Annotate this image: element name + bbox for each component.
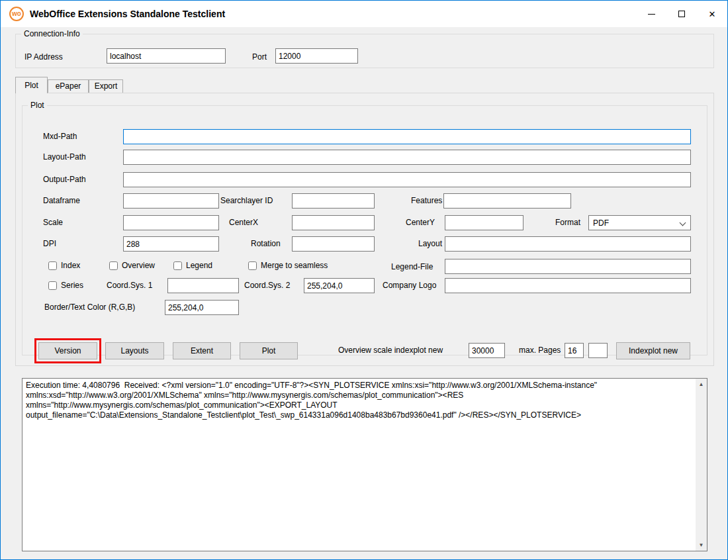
- dpi-label: DPI: [43, 239, 56, 249]
- legend-file-label: Legend-File: [391, 262, 433, 272]
- centerx-label: CenterX: [229, 218, 258, 228]
- series-checkbox-label: Series: [61, 281, 83, 290]
- coord-sys-1-label: Coord.Sys. 1: [107, 281, 152, 291]
- maximize-icon: [678, 11, 685, 17]
- index-checkbox-input[interactable]: [48, 261, 57, 270]
- searchlayer-id-input[interactable]: [292, 193, 375, 209]
- dataframe-input[interactable]: [123, 193, 219, 209]
- layout-path-label: Layout-Path: [43, 152, 86, 162]
- merge-to-seamless-checkbox-input[interactable]: [248, 261, 257, 270]
- version-button[interactable]: Version: [38, 342, 97, 359]
- output-path-label: Output-Path: [43, 175, 86, 185]
- overview-checkbox[interactable]: Overview: [109, 260, 155, 271]
- overview-checkbox-label: Overview: [122, 261, 155, 270]
- window-controls: ✕: [636, 1, 727, 27]
- coord-sys-2-input[interactable]: [304, 278, 375, 293]
- app-window: wo WebOffice Extensions Standalone Testc…: [0, 0, 728, 560]
- port-label: Port: [252, 52, 267, 62]
- scroll-up-icon: ▲: [699, 381, 704, 387]
- connection-info-group-label: Connection-Info: [21, 29, 83, 38]
- layout-path-input[interactable]: [123, 150, 691, 165]
- tab-epaper[interactable]: ePaper: [48, 79, 89, 93]
- indexplot-new-button[interactable]: Indexplot new: [616, 342, 690, 359]
- features-label: Features: [411, 196, 442, 206]
- overview-scale-label: Overview scale indexplot new: [338, 346, 443, 355]
- scale-input[interactable]: [123, 215, 219, 230]
- company-logo-label: Company Logo: [383, 281, 436, 291]
- border-text-color-label: Border/Text Color (R,G,B): [44, 303, 135, 312]
- layout-input[interactable]: [445, 236, 691, 252]
- mxd-path-input[interactable]: [123, 129, 691, 144]
- ip-address-label: IP Address: [24, 52, 63, 62]
- scroll-down-icon: ▼: [699, 542, 704, 548]
- scale-label: Scale: [43, 218, 63, 228]
- coord-sys-1-input[interactable]: [167, 278, 239, 293]
- minimize-button[interactable]: [636, 1, 666, 27]
- scroll-down-button[interactable]: ▼: [696, 539, 707, 551]
- format-select[interactable]: PDF: [588, 215, 691, 230]
- format-label: Format: [555, 218, 580, 228]
- legend-checkbox-label: Legend: [186, 261, 212, 270]
- merge-to-seamless-checkbox[interactable]: Merge to seamless: [248, 260, 328, 271]
- port-input[interactable]: [275, 48, 358, 64]
- centery-label: CenterY: [406, 218, 435, 228]
- scroll-up-button[interactable]: ▲: [696, 379, 707, 390]
- minimize-icon: [648, 14, 655, 15]
- index-checkbox-label: Index: [61, 261, 80, 270]
- overview-scale-input[interactable]: [469, 343, 505, 358]
- legend-checkbox[interactable]: Legend: [173, 260, 212, 271]
- rotation-input[interactable]: [292, 236, 375, 252]
- overview-checkbox-input[interactable]: [109, 261, 118, 270]
- rotation-label: Rotation: [251, 239, 281, 249]
- app-logo-icon: wo: [9, 7, 24, 21]
- output-path-input[interactable]: [123, 172, 691, 187]
- close-icon: ✕: [709, 10, 716, 19]
- tab-export[interactable]: Export: [89, 79, 123, 93]
- legend-file-input[interactable]: [445, 259, 691, 274]
- extra-input[interactable]: [588, 343, 608, 358]
- mxd-path-label: Mxd-Path: [43, 132, 77, 142]
- tab-plot[interactable]: Plot: [15, 77, 48, 93]
- extent-button[interactable]: Extent: [173, 342, 231, 359]
- legend-checkbox-input[interactable]: [173, 261, 182, 270]
- window-title: WebOffice Extensions Standalone Testclie…: [30, 1, 225, 27]
- close-button[interactable]: ✕: [697, 1, 727, 27]
- dpi-input[interactable]: [123, 236, 219, 252]
- chevron-down-icon: [680, 220, 686, 226]
- max-pages-input[interactable]: [565, 343, 584, 358]
- maximize-button[interactable]: [666, 1, 697, 27]
- dataframe-label: Dataframe: [43, 196, 80, 206]
- layouts-button[interactable]: Layouts: [105, 342, 164, 359]
- searchlayer-id-label: Searchlayer ID: [220, 196, 273, 206]
- series-checkbox[interactable]: Series: [48, 280, 83, 291]
- ip-address-input[interactable]: [107, 48, 226, 64]
- centerx-input[interactable]: [292, 215, 375, 230]
- plot-group-label: Plot: [28, 101, 47, 110]
- features-input[interactable]: [443, 193, 571, 209]
- border-text-color-input[interactable]: [165, 300, 239, 315]
- coord-sys-2-label: Coord.Sys. 2: [244, 281, 290, 291]
- output-log[interactable]: Execution time: 4,4080796 Received: <?xm…: [23, 379, 696, 551]
- series-checkbox-input[interactable]: [48, 281, 57, 290]
- centery-input[interactable]: [445, 215, 523, 230]
- company-logo-input[interactable]: [445, 278, 691, 293]
- max-pages-label: max. Pages: [519, 346, 561, 355]
- merge-to-seamless-checkbox-label: Merge to seamless: [261, 261, 328, 270]
- layout-label: Layout: [418, 239, 442, 249]
- output-box[interactable]: Execution time: 4,4080796 Received: <?xm…: [22, 378, 707, 551]
- index-checkbox[interactable]: Index: [48, 260, 80, 271]
- plot-button[interactable]: Plot: [240, 342, 298, 359]
- format-selected-value: PDF: [593, 218, 609, 228]
- titlebar[interactable]: wo WebOffice Extensions Standalone Testc…: [1, 1, 727, 27]
- output-scrollbar[interactable]: ▲ ▼: [696, 379, 707, 551]
